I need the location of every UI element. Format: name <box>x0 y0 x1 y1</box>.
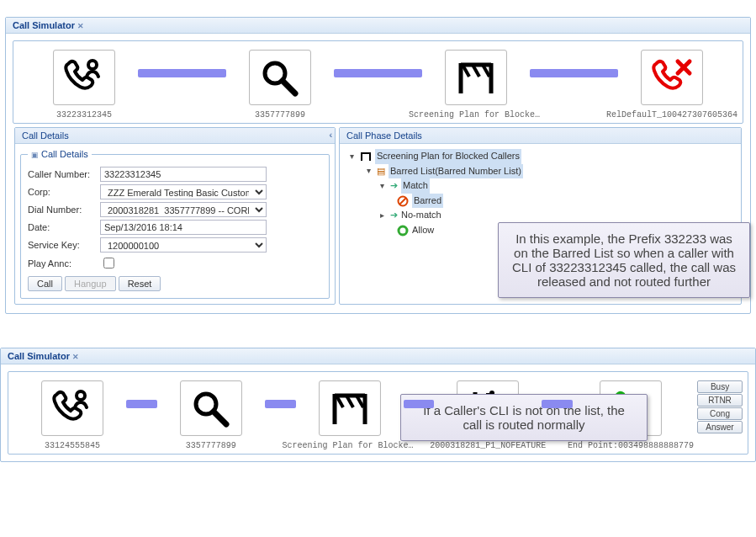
screening-node-label: Screening Plan for Blocke.. <box>409 110 543 120</box>
cong-button[interactable]: Cong <box>697 407 743 420</box>
tree-match[interactable]: Match <box>401 178 430 194</box>
hangup-button: Hangup <box>65 276 116 291</box>
tree-minus-icon[interactable]: ▾ <box>346 150 357 163</box>
call-details-panel: Call Details ‹‹ ▣ Call Details Caller Nu… <box>14 127 336 305</box>
play-annc-checkbox[interactable] <box>103 258 114 268</box>
corp-label: Corp: <box>28 187 100 197</box>
list-mini-icon: ▤ <box>377 164 385 179</box>
screening-node-label: Screening Plan for Blocke.. <box>283 441 417 450</box>
dial-number-label: Dial Number: <box>28 205 100 215</box>
svg-point-16 <box>399 226 407 235</box>
call-phase-header: Call Phase Details <box>340 128 741 144</box>
service-key-label: Service Key: <box>28 240 100 250</box>
caller-number-label: Caller Number: <box>28 169 100 179</box>
callout-allowed: If a Caller's CLI is not on the list, th… <box>400 394 648 441</box>
arrow-mini-icon: ➔ <box>390 208 398 223</box>
svg-point-0 <box>88 61 97 69</box>
sim2-title: Call Simulator ✕ <box>1 348 755 364</box>
phone-person-icon <box>63 58 105 97</box>
sim1-title: Call Simulator ✕ <box>6 18 750 34</box>
dial-node: 3357777899 <box>152 380 270 450</box>
flow-link <box>265 400 296 408</box>
barrier-mini-icon <box>360 151 372 162</box>
date-input[interactable] <box>100 220 267 235</box>
svg-line-2 <box>283 81 295 93</box>
svg-line-15 <box>399 198 406 205</box>
call-details-fieldset: ▣ Call Details Caller Number: Corp: ZZZ … <box>20 149 330 299</box>
tree-plus-icon[interactable]: ▸ <box>377 209 387 222</box>
phone-person-icon <box>51 389 93 428</box>
tree-barred[interactable]: Barred <box>412 194 443 209</box>
answer-button[interactable]: Answer <box>697 421 743 433</box>
allow-mini-icon <box>397 225 409 237</box>
magnifier-icon <box>191 389 231 428</box>
flow-link <box>126 400 157 408</box>
svg-point-17 <box>77 391 85 400</box>
tree-allow[interactable]: Allow <box>412 223 434 238</box>
call-details-header: Call Details ‹‹ <box>15 128 335 144</box>
caller-node: 33223312345 <box>25 50 143 120</box>
arrow-mini-icon: ➔ <box>390 178 398 194</box>
flow-link <box>542 400 573 408</box>
tree-minus-icon[interactable]: ▾ <box>377 179 387 193</box>
flow-link <box>404 400 435 408</box>
release-node: RelDefaulT_100427307605364 <box>613 50 731 120</box>
flow-link <box>138 69 226 77</box>
release-node-label: RelDefaulT_100427307605364 <box>606 110 737 120</box>
barrier-icon <box>454 58 498 97</box>
caller-node: 33124555845 <box>13 380 131 450</box>
tree-screening[interactable]: Screening Plan for Blocked Callers <box>375 149 521 164</box>
callout-blocked: In this example, the Prefix 332233 was o… <box>498 222 750 298</box>
date-label: Date: <box>28 222 100 232</box>
endpoint-node-label: End Point:003498888888779 <box>568 441 694 450</box>
busy-button[interactable]: Busy <box>697 380 743 393</box>
call-button[interactable]: Call <box>28 276 62 291</box>
play-annc-label: Play Annc: <box>28 258 100 268</box>
svg-line-19 <box>214 412 226 424</box>
barrier-icon <box>328 389 372 428</box>
sim1-flow: 33223312345 3357777899 <box>13 41 743 123</box>
dial-node-label: 3357777899 <box>186 441 236 450</box>
phone-reject-icon <box>651 58 693 97</box>
corp-select[interactable]: ZZZ Emerald Testing Basic Customer -- 5 <box>100 184 267 199</box>
reset-button[interactable]: Reset <box>119 276 161 291</box>
tree-nomatch[interactable]: No-match <box>401 208 441 223</box>
dial-node: 3357777899 <box>221 50 339 120</box>
tree-barred-list[interactable]: Barred List(Barred Number List) <box>389 164 523 179</box>
dial-number-select[interactable]: 2000318281_3357777899 -- CORPORA <box>100 202 267 217</box>
dial-node-label: 3357777899 <box>255 110 305 120</box>
flow-link <box>530 69 618 77</box>
caller-node-label: 33124555845 <box>45 441 100 450</box>
barred-mini-icon <box>397 195 409 207</box>
rtnr-button[interactable]: RTNR <box>697 394 743 407</box>
feature-node-label: 2000318281_P1_NOFEATURE <box>430 441 546 450</box>
screening-node: Screening Plan for Blocke.. <box>417 50 535 120</box>
caller-number-input[interactable] <box>100 167 267 182</box>
service-key-select[interactable]: 1200000100 <box>100 237 267 253</box>
screening-node: Screening Plan for Blocke.. <box>291 380 409 450</box>
magnifier-icon <box>260 58 300 97</box>
tree-minus-icon[interactable]: ▾ <box>363 164 373 178</box>
flow-link <box>334 69 422 77</box>
caller-node-label: 33223312345 <box>56 110 112 120</box>
